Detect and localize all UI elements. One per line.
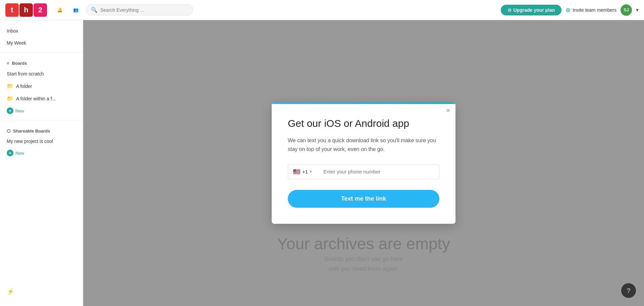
logo-block-2: h (19, 3, 33, 17)
app-logo: t h 2 (5, 3, 47, 17)
app-layout: Inbox My Week ≡ Boards Start from scratc… (0, 20, 644, 306)
sidebar-boards-section: ≡ Boards (0, 57, 83, 67)
sidebar-item-project[interactable]: My new project is cool (0, 136, 83, 146)
notifications-button[interactable]: 🔔 (54, 4, 66, 16)
sidebar-shareable-section: ⬡ Shareable Boards (0, 124, 83, 135)
share-icon: ⬡ (7, 129, 10, 134)
phone-input-row: 🇺🇸 +1 ▾ (288, 164, 439, 179)
invite-button[interactable]: ⊕ Invite team members (566, 6, 616, 14)
boards-icon: ≡ (7, 61, 9, 66)
phone-number-input[interactable] (318, 164, 439, 179)
main-content: Your archives are empty Boards you don't… (83, 20, 644, 306)
mobile-app-modal: × Get our iOS or Android app We can text… (272, 102, 455, 223)
modal-overlay[interactable]: × Get our iOS or Android app We can text… (83, 20, 644, 306)
app-header: t h 2 🔔 👥 🔍 ⊙ Upgrade your plan ⊕ Invite… (0, 0, 644, 20)
folder-icon-2: 📁 (7, 95, 13, 102)
modal-body: Get our iOS or Android app We can text y… (272, 104, 455, 223)
sidebar-item-folder1[interactable]: 📁 A folder (0, 81, 83, 92)
avatar[interactable]: SJ (621, 4, 632, 16)
lightning-icon[interactable]: ⚡ (7, 288, 14, 295)
text-link-button[interactable]: Text me the link (288, 190, 439, 208)
upgrade-button[interactable]: ⊙ Upgrade your plan (501, 5, 562, 15)
modal-close-button[interactable]: × (446, 107, 450, 114)
search-bar[interactable]: 🔍 (86, 4, 193, 15)
bell-icon: 🔔 (57, 7, 63, 12)
sidebar-item-inbox[interactable]: Inbox (0, 26, 83, 36)
logo-block-3: 2 (34, 3, 47, 17)
plus-circle-2: + (7, 150, 13, 156)
sidebar: Inbox My Week ≡ Boards Start from scratc… (0, 20, 83, 306)
us-flag: 🇺🇸 (293, 168, 300, 175)
sidebar-item-folder2[interactable]: 📁 A folder within a f... (0, 93, 83, 104)
country-code: +1 (302, 169, 308, 174)
sidebar-divider-1 (0, 52, 83, 53)
sidebar-bottom: ⚡ (0, 283, 83, 301)
new-board-button-1[interactable]: + New (0, 105, 83, 116)
search-input[interactable] (100, 7, 188, 13)
sidebar-item-my-week[interactable]: My Week (0, 38, 83, 48)
country-selector[interactable]: 🇺🇸 +1 ▾ (288, 164, 318, 179)
avatar-caret[interactable]: ▾ (636, 7, 639, 13)
new-board-button-2[interactable]: + New (0, 148, 83, 158)
sidebar-item-start-scratch[interactable]: Start from scratch (0, 68, 83, 79)
upgrade-icon: ⊙ (507, 7, 512, 13)
logo-block-1: t (5, 3, 19, 17)
plus-icon: ⊕ (566, 6, 571, 14)
people-button[interactable]: 👥 (70, 4, 82, 16)
search-icon: 🔍 (91, 7, 98, 13)
plus-circle-1: + (7, 107, 13, 114)
modal-description: We can text you a quick download link so… (288, 136, 439, 153)
country-caret-icon: ▾ (310, 169, 312, 174)
sidebar-divider-2 (0, 120, 83, 120)
people-icon: 👥 (73, 7, 79, 12)
modal-title: Get our iOS or Android app (288, 117, 439, 130)
folder-icon-1: 📁 (7, 83, 13, 89)
